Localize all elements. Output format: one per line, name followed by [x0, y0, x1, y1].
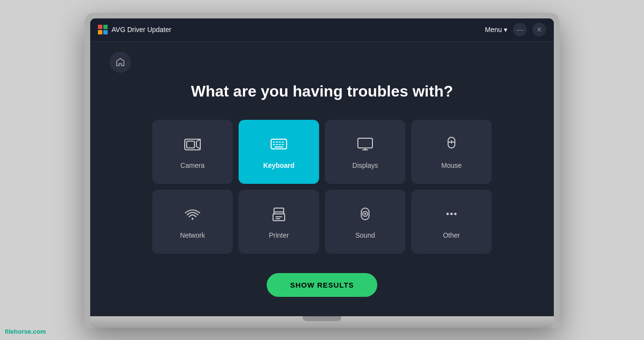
laptop-outer: AVG Driver Updater Menu ▾ — ✕ [84, 13, 560, 328]
svg-point-19 [192, 218, 193, 220]
title-bar-right: Menu ▾ — ✕ [485, 23, 546, 36]
category-printer[interactable]: Printer [239, 190, 319, 254]
svg-rect-22 [275, 216, 282, 217]
svg-rect-23 [275, 218, 280, 219]
title-bar-left: AVG Driver Updater [98, 25, 171, 34]
category-camera[interactable]: Camera [152, 120, 233, 184]
svg-rect-20 [274, 208, 284, 214]
laptop-wrapper: AVG Driver Updater Menu ▾ — ✕ [84, 13, 560, 328]
laptop-notch [303, 316, 341, 321]
sound-icon [355, 204, 375, 224]
displays-icon [355, 134, 375, 154]
avg-logo [98, 25, 108, 34]
category-other[interactable]: Other [411, 190, 492, 254]
keyboard-label: Keyboard [263, 162, 295, 169]
watermark-text: filehorse [5, 328, 31, 335]
network-icon [183, 204, 202, 224]
title-bar: AVG Driver Updater Menu ▾ — ✕ [90, 18, 554, 42]
other-icon [442, 204, 461, 224]
category-sound[interactable]: Sound [325, 190, 405, 254]
network-label: Network [180, 231, 205, 239]
category-grid: Camera [152, 120, 492, 254]
home-icon [115, 57, 125, 67]
category-displays[interactable]: Displays [325, 120, 405, 184]
svg-rect-2 [187, 141, 194, 148]
laptop-screen: AVG Driver Updater Menu ▾ — ✕ [90, 18, 554, 316]
menu-button[interactable]: Menu ▾ [485, 26, 507, 33]
sound-label: Sound [355, 231, 375, 239]
svg-point-26 [364, 213, 366, 215]
show-results-button[interactable]: SHOW RESULTS [267, 273, 377, 297]
svg-marker-1 [196, 139, 200, 149]
laptop-base [90, 316, 554, 328]
mouse-icon [442, 134, 461, 154]
close-button[interactable]: ✕ [532, 23, 546, 36]
category-mouse[interactable]: Mouse [411, 120, 492, 184]
printer-label: Printer [269, 231, 289, 239]
camera-label: Camera [180, 162, 205, 169]
camera-icon [183, 134, 202, 154]
home-button[interactable] [110, 51, 131, 73]
watermark-ext: .com [31, 328, 46, 335]
category-keyboard[interactable]: Keyboard [239, 120, 319, 184]
displays-label: Displays [353, 162, 378, 169]
svg-rect-13 [358, 138, 372, 148]
minimize-button[interactable]: — [513, 23, 527, 36]
other-label: Other [443, 231, 460, 239]
keyboard-icon [269, 134, 289, 154]
svg-point-28 [451, 212, 453, 215]
watermark: filehorse.com [5, 328, 46, 335]
page-title: What are you having troubles with? [110, 82, 534, 100]
main-content: What are you having troubles with? Camer… [90, 42, 554, 316]
category-network[interactable]: Network [152, 190, 233, 254]
svg-point-29 [454, 212, 457, 215]
mouse-label: Mouse [441, 162, 462, 169]
svg-point-27 [447, 212, 449, 215]
app-title: AVG Driver Updater [112, 26, 171, 33]
printer-icon [269, 204, 289, 224]
